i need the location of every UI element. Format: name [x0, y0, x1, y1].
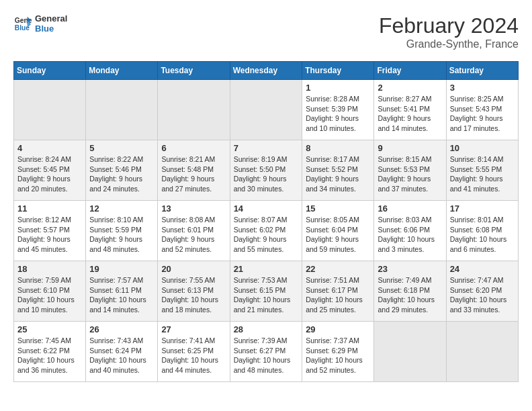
day-number: 9: [378, 143, 442, 153]
calendar-cell: 27Sunrise: 7:41 AMSunset: 6:25 PMDayligh…: [158, 322, 230, 382]
day-info: Sunrise: 8:14 AMSunset: 5:55 PMDaylight:…: [450, 154, 515, 194]
day-number: 4: [17, 143, 82, 153]
day-number: 11: [17, 203, 82, 214]
day-number: 18: [17, 264, 82, 274]
calendar-cell: 18Sunrise: 7:59 AMSunset: 6:10 PMDayligh…: [14, 261, 86, 322]
day-number: 23: [378, 264, 442, 274]
day-number: 22: [306, 264, 370, 274]
day-info: Sunrise: 8:25 AMSunset: 5:43 PMDaylight:…: [450, 94, 515, 134]
day-number: 7: [234, 143, 299, 153]
day-number: 6: [161, 143, 226, 153]
day-number: 15: [306, 203, 370, 214]
col-header-wednesday: Wednesday: [230, 62, 302, 80]
day-info: Sunrise: 7:57 AMSunset: 6:11 PMDaylight:…: [89, 275, 154, 315]
day-info: Sunrise: 8:07 AMSunset: 6:02 PMDaylight:…: [234, 215, 299, 255]
day-info: Sunrise: 8:24 AMSunset: 5:45 PMDaylight:…: [17, 154, 82, 194]
logo: General Blue General Blue: [13, 13, 67, 34]
calendar-cell: 17Sunrise: 8:01 AMSunset: 6:08 PMDayligh…: [446, 201, 518, 261]
day-number: 14: [234, 203, 299, 214]
calendar-cell: 19Sunrise: 7:57 AMSunset: 6:11 PMDayligh…: [86, 261, 158, 322]
page-header: General Blue General Blue February 2024 …: [13, 13, 519, 50]
day-info: Sunrise: 7:55 AMSunset: 6:13 PMDaylight:…: [161, 275, 226, 315]
calendar-cell: 24Sunrise: 7:47 AMSunset: 6:20 PMDayligh…: [446, 261, 518, 322]
day-info: Sunrise: 8:15 AMSunset: 5:53 PMDaylight:…: [378, 154, 442, 194]
week-row-1: 1Sunrise: 8:28 AMSunset: 5:39 PMDaylight…: [14, 80, 519, 140]
day-number: 27: [161, 324, 226, 334]
day-info: Sunrise: 8:12 AMSunset: 5:57 PMDaylight:…: [17, 215, 82, 255]
calendar-subtitle: Grande-Synthe, France: [379, 38, 519, 50]
day-number: 26: [89, 324, 154, 334]
calendar-cell: 29Sunrise: 7:37 AMSunset: 6:29 PMDayligh…: [302, 322, 374, 382]
day-info: Sunrise: 8:19 AMSunset: 5:50 PMDaylight:…: [234, 154, 299, 194]
week-row-4: 18Sunrise: 7:59 AMSunset: 6:10 PMDayligh…: [14, 261, 519, 322]
day-number: 3: [450, 83, 515, 93]
day-number: 2: [378, 83, 442, 93]
day-info: Sunrise: 7:49 AMSunset: 6:18 PMDaylight:…: [378, 275, 442, 315]
day-info: Sunrise: 8:01 AMSunset: 6:08 PMDaylight:…: [450, 215, 515, 255]
calendar-cell: 25Sunrise: 7:45 AMSunset: 6:22 PMDayligh…: [14, 322, 86, 382]
day-number: 20: [161, 264, 226, 274]
calendar-title-block: February 2024 Grande-Synthe, France: [379, 13, 519, 50]
calendar-cell: 14Sunrise: 8:07 AMSunset: 6:02 PMDayligh…: [230, 201, 302, 261]
calendar-cell: 9Sunrise: 8:15 AMSunset: 5:53 PMDaylight…: [374, 140, 446, 201]
calendar-cell: 21Sunrise: 7:53 AMSunset: 6:15 PMDayligh…: [230, 261, 302, 322]
logo-blue: Blue: [35, 24, 67, 34]
day-number: 12: [89, 203, 154, 214]
calendar-cell: 10Sunrise: 8:14 AMSunset: 5:55 PMDayligh…: [446, 140, 518, 201]
calendar-cell: [86, 80, 158, 140]
calendar-cell: [230, 80, 302, 140]
calendar-cell: [158, 80, 230, 140]
calendar-cell: 2Sunrise: 8:27 AMSunset: 5:41 PMDaylight…: [374, 80, 446, 140]
day-info: Sunrise: 8:27 AMSunset: 5:41 PMDaylight:…: [378, 94, 442, 134]
day-number: 17: [450, 203, 515, 214]
calendar-cell: 3Sunrise: 8:25 AMSunset: 5:43 PMDaylight…: [446, 80, 518, 140]
day-number: 24: [450, 264, 515, 274]
calendar-cell: 28Sunrise: 7:39 AMSunset: 6:27 PMDayligh…: [230, 322, 302, 382]
calendar-header-row: SundayMondayTuesdayWednesdayThursdayFrid…: [14, 62, 519, 80]
calendar-cell: [14, 80, 86, 140]
col-header-monday: Monday: [86, 62, 158, 80]
day-number: 25: [17, 324, 82, 334]
calendar-cell: 26Sunrise: 7:43 AMSunset: 6:24 PMDayligh…: [86, 322, 158, 382]
day-info: Sunrise: 7:39 AMSunset: 6:27 PMDaylight:…: [234, 336, 299, 375]
calendar-cell: 4Sunrise: 8:24 AMSunset: 5:45 PMDaylight…: [14, 140, 86, 201]
calendar-cell: 20Sunrise: 7:55 AMSunset: 6:13 PMDayligh…: [158, 261, 230, 322]
day-number: 28: [234, 324, 299, 334]
col-header-friday: Friday: [374, 62, 446, 80]
day-number: 8: [306, 143, 370, 153]
logo-icon: General Blue: [13, 14, 32, 33]
day-info: Sunrise: 7:47 AMSunset: 6:20 PMDaylight:…: [450, 275, 515, 315]
day-info: Sunrise: 8:05 AMSunset: 6:04 PMDaylight:…: [306, 215, 370, 255]
calendar-cell: 5Sunrise: 8:22 AMSunset: 5:46 PMDaylight…: [86, 140, 158, 201]
day-info: Sunrise: 7:53 AMSunset: 6:15 PMDaylight:…: [234, 275, 299, 315]
col-header-tuesday: Tuesday: [158, 62, 230, 80]
day-info: Sunrise: 8:21 AMSunset: 5:48 PMDaylight:…: [161, 154, 226, 194]
day-info: Sunrise: 7:37 AMSunset: 6:29 PMDaylight:…: [306, 336, 370, 375]
day-number: 10: [450, 143, 515, 153]
day-info: Sunrise: 8:10 AMSunset: 5:59 PMDaylight:…: [89, 215, 154, 255]
day-info: Sunrise: 7:41 AMSunset: 6:25 PMDaylight:…: [161, 336, 226, 375]
col-header-thursday: Thursday: [302, 62, 374, 80]
day-info: Sunrise: 7:51 AMSunset: 6:17 PMDaylight:…: [306, 275, 370, 315]
col-header-saturday: Saturday: [446, 62, 518, 80]
calendar-cell: [446, 322, 518, 382]
day-info: Sunrise: 8:22 AMSunset: 5:46 PMDaylight:…: [89, 154, 154, 194]
calendar-cell: 13Sunrise: 8:08 AMSunset: 6:01 PMDayligh…: [158, 201, 230, 261]
logo-general: General: [35, 13, 67, 24]
week-row-5: 25Sunrise: 7:45 AMSunset: 6:22 PMDayligh…: [14, 322, 519, 382]
calendar-cell: 22Sunrise: 7:51 AMSunset: 6:17 PMDayligh…: [302, 261, 374, 322]
calendar-table: SundayMondayTuesdayWednesdayThursdayFrid…: [13, 61, 519, 382]
day-info: Sunrise: 7:43 AMSunset: 6:24 PMDaylight:…: [89, 336, 154, 375]
day-number: 21: [234, 264, 299, 274]
calendar-cell: [374, 322, 446, 382]
day-info: Sunrise: 8:08 AMSunset: 6:01 PMDaylight:…: [161, 215, 226, 255]
calendar-cell: 7Sunrise: 8:19 AMSunset: 5:50 PMDaylight…: [230, 140, 302, 201]
calendar-cell: 11Sunrise: 8:12 AMSunset: 5:57 PMDayligh…: [14, 201, 86, 261]
day-number: 29: [306, 324, 370, 334]
day-number: 19: [89, 264, 154, 274]
day-info: Sunrise: 7:59 AMSunset: 6:10 PMDaylight:…: [17, 275, 82, 315]
week-row-2: 4Sunrise: 8:24 AMSunset: 5:45 PMDaylight…: [14, 140, 519, 201]
calendar-title: February 2024: [379, 13, 519, 38]
day-info: Sunrise: 8:28 AMSunset: 5:39 PMDaylight:…: [306, 94, 370, 134]
day-number: 13: [161, 203, 226, 214]
